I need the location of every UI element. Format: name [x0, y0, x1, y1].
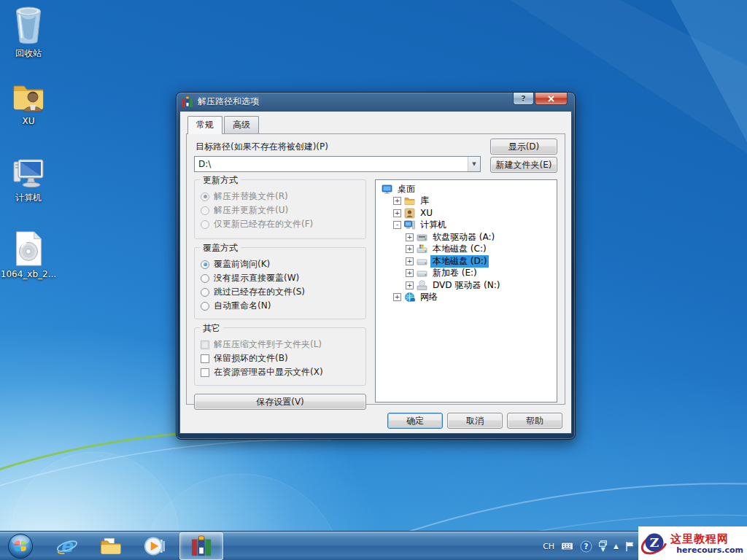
- expand-icon[interactable]: +: [406, 245, 414, 253]
- show-hidden-icons-button[interactable]: ▲: [614, 542, 619, 550]
- tree-item-drive-n[interactable]: + DVD 驱动器 (N:): [377, 279, 555, 292]
- expand-icon[interactable]: +: [406, 257, 414, 265]
- checkbox-label: 在资源管理器中显示文件(X): [214, 366, 323, 378]
- radio-icon: [201, 288, 209, 297]
- user-folder-icon: [11, 79, 46, 114]
- radio-icon: [201, 220, 209, 229]
- local-drive-icon: [417, 256, 427, 267]
- keyboard-icon[interactable]: [561, 542, 573, 551]
- libraries-icon: [404, 195, 415, 206]
- radio-auto-rename[interactable]: 自动重命名(N): [201, 299, 360, 313]
- expand-icon[interactable]: +: [393, 209, 401, 217]
- help-button[interactable]: 帮助: [507, 413, 562, 429]
- svg-text:?: ?: [584, 542, 589, 551]
- tray-window-group: ▼: [599, 540, 607, 552]
- taskbar-media-player-button[interactable]: [142, 532, 168, 560]
- tree-item-network[interactable]: + 网络: [377, 292, 555, 304]
- help-tray-icon[interactable]: ?: [580, 540, 592, 553]
- checkbox-show-in-explorer[interactable]: 在资源管理器中显示文件(X): [201, 365, 360, 379]
- watermark: Z 这里教程网 herecours.com: [638, 526, 747, 560]
- language-indicator[interactable]: CH: [543, 542, 554, 551]
- desktop-icon-label: 1064_xb_2...: [0, 269, 57, 279]
- radio-fresh-only[interactable]: 仅更新已经存在的文件(F): [201, 217, 360, 231]
- tree-item-desktop[interactable]: 桌面: [377, 183, 555, 195]
- save-settings-button[interactable]: 保存设置(V): [194, 394, 366, 410]
- radio-label: 仅更新已经存在的文件(F): [214, 218, 313, 230]
- radio-extract-replace[interactable]: 解压并替换文件(R): [201, 190, 360, 203]
- radio-label: 自动重命名(N): [214, 300, 271, 312]
- system-tray: CH ? ▼: [543, 532, 635, 560]
- tree-item-drive-a[interactable]: + 软盘驱动器 (A:): [377, 231, 555, 244]
- expand-icon[interactable]: +: [393, 293, 401, 301]
- ok-button[interactable]: 确定: [387, 413, 443, 429]
- checkbox-keep-broken-files[interactable]: 保留损坏的文件(B): [201, 351, 360, 365]
- chevron-down-icon[interactable]: ▼: [601, 548, 605, 552]
- watermark-logo: Z: [640, 529, 669, 558]
- system-drive-icon: [417, 244, 427, 254]
- cancel-button[interactable]: 取消: [447, 413, 503, 429]
- computer-icon: [404, 219, 415, 230]
- local-drive-icon: [417, 268, 427, 279]
- radio-extract-update[interactable]: 解压并更新文件(U): [201, 203, 360, 217]
- watermark-site-name: 这里教程网: [670, 532, 745, 545]
- watermark-site-url: herecours.com: [670, 545, 745, 555]
- taskbar-winrar-button[interactable]: [179, 532, 223, 560]
- tab-general[interactable]: 常规: [187, 116, 222, 134]
- tree-item-drive-d[interactable]: + 本地磁盘 (D:): [377, 255, 555, 268]
- tree-label: 计算机: [418, 219, 449, 231]
- question-icon: ?: [521, 94, 525, 104]
- close-button[interactable]: [535, 93, 568, 105]
- dialog-footer: 确定 取消 帮助: [186, 413, 565, 429]
- radio-label: 解压并替换文件(R): [214, 190, 288, 203]
- desktop-icon-computer[interactable]: 计算机: [0, 155, 57, 204]
- taskbar-ie-button[interactable]: e: [54, 532, 80, 560]
- tree-label-selected: 本地磁盘 (D:): [430, 255, 489, 268]
- extraction-dialog: 解压路径和选项 ? 常规 高级 目标路径(如果不存在将被创建)(P): [176, 92, 576, 440]
- start-button[interactable]: [6, 532, 35, 560]
- desktop-icon-recycle-bin[interactable]: 回收站: [0, 6, 57, 60]
- desktop-icon-disc-file[interactable]: 1064_xb_2...: [0, 230, 57, 279]
- computer-icon: [11, 155, 46, 190]
- target-path-value: D:\: [195, 157, 468, 171]
- checkbox-icon: [201, 354, 209, 363]
- checkbox-extract-to-subfolder[interactable]: 解压压缩文件到子文件夹(L): [201, 338, 360, 351]
- tree-label: 库: [418, 195, 431, 207]
- tree-item-drive-c[interactable]: + 本地磁盘 (C:): [377, 244, 555, 256]
- radio-ask-before-overwrite[interactable]: 覆盖前询问(K): [201, 257, 360, 271]
- desktop-icon-xu-folder[interactable]: XU: [0, 79, 57, 126]
- tree-label: XU: [418, 208, 435, 218]
- expand-icon[interactable]: +: [393, 197, 401, 205]
- expand-icon[interactable]: +: [406, 269, 414, 277]
- desktop-icon-label: XU: [0, 116, 57, 126]
- folder-tree[interactable]: 桌面 + 库 +: [375, 179, 557, 402]
- tree-item-libraries[interactable]: + 库: [377, 195, 555, 208]
- radio-icon: [201, 260, 209, 269]
- target-path-label: 目标路径(如果不存在将被创建)(P): [196, 141, 481, 153]
- folder-icon: [99, 534, 123, 558]
- collapse-icon[interactable]: -: [393, 221, 401, 229]
- taskbar-explorer-button[interactable]: [98, 532, 124, 560]
- display-button[interactable]: 显示(D): [490, 139, 557, 155]
- radio-label: 覆盖前询问(K): [214, 258, 270, 271]
- new-folder-button[interactable]: 新建文件夹(E): [490, 157, 557, 173]
- checkbox-label: 保留损坏的文件(B): [214, 352, 288, 365]
- radio-icon: [201, 302, 209, 311]
- radio-skip-existing[interactable]: 跳过已经存在的文件(S): [201, 285, 360, 299]
- expand-icon[interactable]: +: [406, 233, 414, 241]
- tree-item-computer[interactable]: - 计算机: [377, 219, 555, 232]
- action-center-flag-icon[interactable]: [625, 541, 635, 552]
- misc-group: 其它 解压压缩文件到子文件夹(L) 保留损坏的文件(B): [194, 327, 366, 386]
- help-caption-button[interactable]: ?: [513, 93, 534, 105]
- update-mode-group: 更新方式 解压并替换文件(R) 解压并更新文件(U): [194, 179, 366, 239]
- tree-item-user-xu[interactable]: + XU: [377, 207, 555, 219]
- chevron-down-icon[interactable]: ▼: [468, 157, 480, 171]
- target-path-combobox[interactable]: D:\ ▼: [194, 156, 481, 172]
- expand-icon[interactable]: +: [406, 281, 414, 289]
- radio-overwrite-without-prompt[interactable]: 没有提示直接覆盖(W): [201, 271, 360, 285]
- radio-icon: [201, 206, 209, 215]
- tree-item-drive-e[interactable]: + 新加卷 (E:): [377, 268, 555, 280]
- tab-advanced[interactable]: 高级: [224, 116, 259, 133]
- recycle-bin-icon: [11, 6, 46, 45]
- winrar-icon: [182, 96, 193, 108]
- internet-explorer-icon: e: [55, 534, 79, 558]
